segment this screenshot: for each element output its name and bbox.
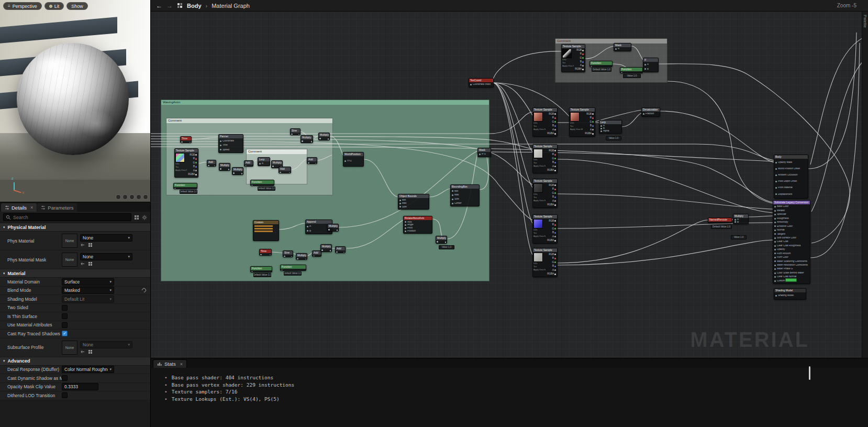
- graph-node[interactable]: Texture SampleUVsTexApply View MipBiasRG…: [174, 148, 198, 178]
- gear-icon[interactable]: [142, 215, 147, 220]
- output-pin[interactable]: RGBA: [547, 169, 556, 172]
- graph-node[interactable]: Add: [244, 160, 253, 167]
- node-pin[interactable]: Pivot: [405, 227, 431, 229]
- section-header[interactable]: ▾Material: [0, 269, 150, 278]
- graph-node[interactable]: TexCoordCoordinate Index: [469, 78, 494, 87]
- output-pin[interactable]: RGBA: [547, 239, 556, 242]
- graph-node[interactable]: WorldPositionXYZ: [343, 152, 364, 167]
- output-pin[interactable]: B: [552, 265, 556, 268]
- node-pin[interactable]: Water Absorption Coefficients: [774, 264, 809, 267]
- node-pin[interactable]: A: [644, 63, 657, 66]
- node-pin[interactable]: Opacity Mask: [775, 161, 807, 164]
- output-pin[interactable]: A: [580, 64, 584, 67]
- node-pin[interactable]: Min: [399, 199, 428, 202]
- node-pin[interactable]: Coordinate Index: [470, 83, 492, 86]
- dropdown[interactable]: None▾: [80, 234, 132, 242]
- node-pin[interactable]: B: [735, 221, 747, 224]
- node-pin[interactable]: Clear Coat: [774, 240, 809, 243]
- scrollbar-thumb[interactable]: [809, 366, 810, 380]
- viewport-icon[interactable]: [116, 194, 121, 200]
- checkbox[interactable]: [62, 375, 68, 381]
- value-chip[interactable]: Default Value 1.0: [253, 273, 271, 277]
- graph-node[interactable]: Add: [279, 167, 291, 173]
- use-selected-icon[interactable]: [81, 261, 85, 266]
- value-chip[interactable]: Default Value 1.0: [180, 190, 197, 194]
- output-pin[interactable]: A: [552, 269, 556, 272]
- grid-icon[interactable]: [134, 215, 139, 220]
- value-chip[interactable]: [785, 278, 797, 282]
- dropdown[interactable]: None▾: [80, 253, 132, 260]
- graph-node[interactable]: Texture SampleUVsTexApply View MipBiasRG…: [532, 248, 558, 277]
- value-chip[interactable]: Default Value 1.0: [258, 187, 275, 191]
- output-pin[interactable]: G: [580, 57, 584, 60]
- output-pin[interactable]: R: [552, 154, 556, 156]
- output-pin[interactable]: G: [552, 121, 556, 124]
- output-pin[interactable]: R: [552, 188, 556, 191]
- text-input[interactable]: 0.3333: [62, 383, 98, 390]
- graph-node[interactable]: NamedReroute: [708, 217, 732, 223]
- output-pin[interactable]: G: [193, 162, 197, 165]
- node-pin[interactable]: A: [600, 125, 620, 127]
- node-pin[interactable]: Axis: [405, 221, 431, 224]
- graph-node[interactable]: Time: [180, 136, 192, 143]
- viewport-icon[interactable]: [136, 194, 141, 200]
- graph-node[interactable]: LerpA: [258, 157, 270, 166]
- node-pin[interactable]: Displacement: [775, 193, 807, 196]
- node-pin[interactable]: Water Phase G: [774, 268, 809, 270]
- output-pin[interactable]: A: [552, 236, 556, 238]
- output-pin[interactable]: A: [552, 200, 556, 203]
- search-input[interactable]: [13, 215, 129, 220]
- graph-node[interactable]: Multiply: [301, 135, 313, 143]
- tab-details[interactable]: Details ×: [1, 203, 37, 212]
- output-pin[interactable]: B: [193, 166, 197, 168]
- node-pin[interactable]: Time: [220, 144, 242, 147]
- graph-node[interactable]: Multiply: [320, 244, 332, 252]
- output-pin[interactable]: RGBA: [547, 273, 556, 276]
- tab-stats[interactable]: Stats ×: [153, 359, 187, 368]
- graph-node[interactable]: BodyOpacity MaskWorld Position OffsetAmb…: [774, 155, 808, 199]
- node-pin[interactable]: Metallic: [774, 210, 809, 212]
- output-pin[interactable]: B: [552, 196, 556, 199]
- reset-icon[interactable]: [141, 288, 147, 293]
- perspective-button[interactable]: ≡ Perspective: [3, 2, 42, 10]
- node-pin[interactable]: Max: [452, 194, 478, 196]
- browse-icon[interactable]: [88, 243, 93, 247]
- node-pin[interactable]: Normal: [774, 229, 809, 232]
- node-pin[interactable]: Fuzz Amount: [774, 253, 809, 255]
- output-pin[interactable]: B: [552, 161, 556, 164]
- value-chip[interactable]: Value 1.0: [439, 245, 454, 249]
- output-pin[interactable]: R: [193, 158, 197, 160]
- output-pin[interactable]: RGB: [190, 154, 197, 157]
- node-pin[interactable]: Anisotropy: [774, 221, 809, 224]
- lit-button[interactable]: Lit: [44, 2, 64, 10]
- output-pin[interactable]: R: [552, 224, 556, 226]
- dropdown[interactable]: Default Lit▾: [62, 295, 114, 303]
- graph-node[interactable]: Sine: [290, 128, 301, 135]
- back-icon[interactable]: ←: [156, 2, 162, 9]
- output-pin[interactable]: G: [589, 121, 594, 124]
- output-pin[interactable]: RGBA: [575, 68, 584, 71]
- value-chip[interactable]: Value 1.0: [623, 74, 641, 78]
- node-pin[interactable]: R G: [479, 153, 489, 156]
- forward-icon[interactable]: →: [166, 2, 173, 9]
- section-header[interactable]: ▾Advanced: [0, 357, 150, 366]
- checkbox[interactable]: [62, 322, 68, 328]
- graph-node[interactable]: Function: [173, 183, 197, 189]
- output-pin[interactable]: RGBA: [547, 204, 556, 206]
- graph-node[interactable]: Multiply: [436, 236, 447, 244]
- output-pin[interactable]: RGBA: [188, 173, 197, 176]
- show-button[interactable]: Show: [66, 2, 88, 10]
- output-pin[interactable]: G: [552, 192, 556, 195]
- graph-node[interactable]: Function: [250, 180, 274, 186]
- graph-node[interactable]: Multiply: [232, 167, 243, 175]
- output-pin[interactable]: B: [552, 125, 556, 127]
- node-pin[interactable]: Ambient Occlusion: [775, 174, 807, 177]
- value-chip[interactable]: Default Value 1.0: [284, 271, 302, 276]
- node-pin[interactable]: Coordinate: [220, 140, 242, 143]
- node-pin[interactable]: Specular: [774, 213, 809, 216]
- checkbox[interactable]: [62, 392, 68, 398]
- value-chip[interactable]: Value 1.0: [606, 136, 621, 140]
- checkbox[interactable]: [62, 305, 68, 311]
- node-pin[interactable]: Emissive Color: [774, 225, 809, 228]
- viewport-icon[interactable]: [129, 194, 135, 200]
